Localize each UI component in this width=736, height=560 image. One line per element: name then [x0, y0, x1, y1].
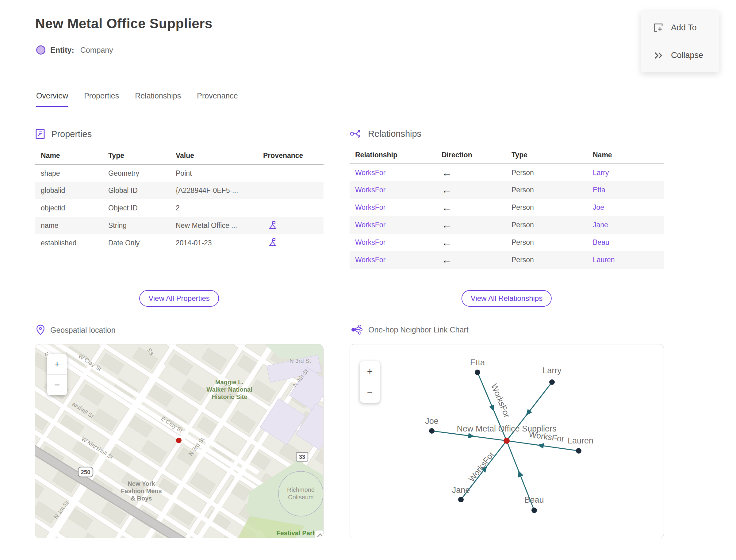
edge-arrowhead: [537, 443, 544, 449]
rel-type: Person: [509, 164, 590, 181]
relationships-section: Relationships Relationship Direction Typ…: [350, 128, 664, 269]
zoom-out-button[interactable]: −: [47, 375, 67, 395]
relationship-link[interactable]: WorksFor: [350, 251, 439, 269]
edge-arrowhead: [526, 409, 532, 416]
table-row: established Date Only 2014-01-23: [35, 234, 324, 252]
graph-node[interactable]: [429, 428, 435, 434]
edge-arrowhead: [468, 433, 475, 439]
entity-name-link[interactable]: Jane: [590, 216, 664, 234]
map-poi-label: Walker National: [206, 386, 252, 393]
table-row: WorksFor ← Person Larry: [350, 164, 664, 181]
map-marker[interactable]: [176, 438, 182, 443]
provenance-flag-icon[interactable]: [269, 220, 277, 229]
col-header-value: Value: [173, 148, 261, 164]
table-row: WorksFor ← Person Lauren: [350, 251, 664, 269]
collapse-button[interactable]: Collapse: [653, 51, 719, 60]
entity-name-link[interactable]: Joe: [590, 199, 664, 216]
link-chart-icon: [351, 324, 363, 335]
relationship-link[interactable]: WorksFor: [350, 199, 439, 216]
zoom-in-button[interactable]: +: [360, 361, 380, 382]
add-to-icon: [653, 22, 664, 33]
col-header-provenance: Provenance: [261, 148, 324, 164]
rel-type: Person: [509, 199, 590, 216]
prop-name: established: [35, 234, 106, 252]
collapse-label: Collapse: [671, 51, 703, 60]
col-header-type: Type: [509, 147, 590, 164]
table-row: objectid Object ID 2: [35, 199, 324, 217]
zoom-out-button[interactable]: −: [360, 382, 380, 403]
col-header-name: Name: [590, 147, 664, 164]
prop-value: 2: [173, 199, 261, 217]
table-row: WorksFor ← Person Jane: [350, 216, 664, 234]
map-poi-label: Festival Park: [276, 529, 316, 536]
map-canvas[interactable]: W Clay St k Rd Sa arshall St W Marshall …: [35, 344, 324, 538]
graph-node[interactable]: [576, 448, 581, 454]
map-zoom-control: + −: [47, 354, 67, 395]
relationship-link[interactable]: WorksFor: [350, 181, 439, 199]
node-label: Jane: [452, 485, 470, 495]
route-shield-250: 250: [78, 467, 93, 477]
prop-type: Object ID: [106, 199, 173, 217]
entity-name-link[interactable]: Etta: [590, 181, 664, 199]
relationship-link[interactable]: WorksFor: [350, 164, 439, 181]
link-chart-canvas[interactable]: WorksForWorksForWorksForEttaLarryJoeLaur…: [350, 344, 664, 538]
prop-name: name: [35, 217, 106, 234]
rel-type: Person: [509, 251, 590, 269]
prop-value: {A228944F-0EF5-...: [173, 182, 261, 199]
prop-type: Global ID: [106, 182, 173, 199]
graph-node[interactable]: [531, 508, 537, 513]
node-label: Joe: [425, 416, 439, 426]
rel-type: Person: [509, 216, 590, 234]
graph-node[interactable]: [549, 379, 555, 385]
direction-arrow: ←: [439, 164, 509, 181]
map-poi-label: & Boys: [131, 495, 152, 502]
relationships-section-title: Relationships: [368, 129, 421, 139]
entity-label: Entity:: [50, 46, 74, 55]
tab-relationships[interactable]: Relationships: [135, 91, 181, 107]
relationship-link[interactable]: WorksFor: [350, 216, 439, 234]
view-all-properties-button[interactable]: View All Properties: [139, 290, 219, 307]
edge-arrowhead: [518, 470, 523, 478]
geospatial-title: Geospatial location: [50, 326, 116, 335]
rel-type: Person: [509, 234, 590, 251]
tab-properties[interactable]: Properties: [84, 91, 119, 107]
entity-badge: Entity: Company: [36, 45, 113, 55]
double-chevron-right-icon: [653, 51, 664, 60]
map-poi-label: New York: [128, 480, 155, 487]
provenance-flag-icon[interactable]: [269, 237, 277, 247]
map-label: N 3rd St: [289, 358, 311, 364]
tab-overview[interactable]: Overview: [36, 91, 68, 107]
relationship-link[interactable]: WorksFor: [350, 234, 439, 251]
map-poi-label: Historic Site: [212, 393, 247, 400]
relationships-table: Relationship Direction Type Name WorksFo…: [350, 147, 664, 269]
link-chart-title: One-hop Neighbor Link Chart: [368, 325, 469, 334]
zoom-in-button[interactable]: +: [47, 354, 67, 374]
floating-action-menu: Add To Collapse: [641, 11, 719, 72]
add-to-button[interactable]: Add To: [653, 22, 719, 33]
add-to-label: Add To: [671, 23, 697, 33]
table-row: WorksFor ← Person Joe: [350, 199, 664, 216]
view-all-relationships-button[interactable]: View All Relationships: [462, 290, 552, 307]
chart-zoom-control: + −: [360, 361, 380, 403]
edge-label: WorksFor: [489, 382, 512, 419]
properties-icon: [35, 128, 46, 140]
entity-name-link[interactable]: Beau: [590, 234, 664, 251]
col-header-direction: Direction: [439, 147, 509, 164]
node-label: Beau: [524, 495, 544, 504]
entity-name-link[interactable]: Lauren: [590, 251, 664, 269]
table-row: WorksFor ← Person Beau: [350, 234, 664, 251]
prop-name: objectid: [35, 199, 106, 217]
map-poi-label: Maggie L.: [215, 379, 243, 385]
prop-name: globalid: [35, 182, 106, 199]
graph-node[interactable]: [458, 497, 464, 502]
prop-type: Geometry: [106, 164, 173, 182]
direction-arrow: ←: [439, 181, 509, 199]
tab-provenance[interactable]: Provenance: [197, 91, 238, 107]
center-node[interactable]: [504, 438, 510, 444]
graph-node[interactable]: [475, 370, 480, 375]
attribution-toggle-icon[interactable]: [315, 530, 324, 538]
link-chart-card: WorksForWorksForWorksForEttaLarryJoeLaur…: [350, 344, 664, 538]
prop-value: 2014-01-23: [173, 234, 261, 252]
entity-name-link[interactable]: Larry: [590, 164, 664, 181]
direction-arrow: ←: [439, 251, 509, 269]
